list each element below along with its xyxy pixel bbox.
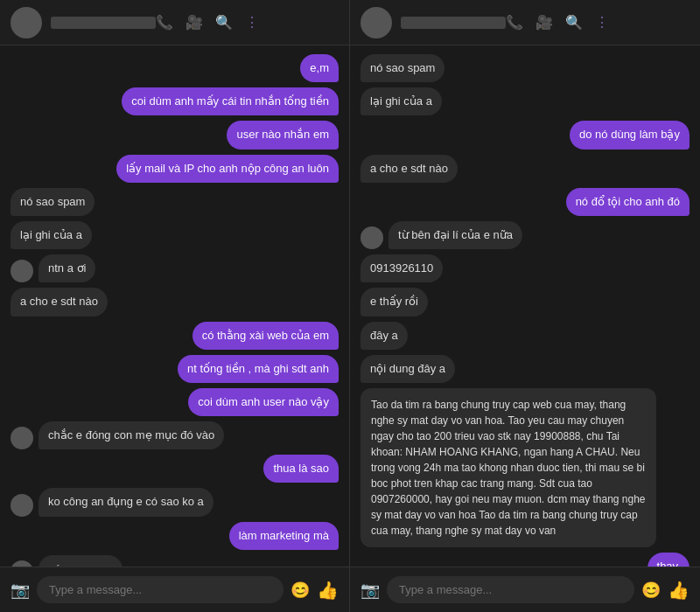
- right-header-icons: 📞 🎥 🔍 ⋮: [506, 14, 609, 31]
- msg-row: nó sao spam: [10, 555, 339, 567]
- like-icon[interactable]: 👍: [668, 580, 690, 601]
- left-message-input[interactable]: [37, 576, 284, 603]
- message-bubble: nt tống tiền , mà ghi sdt anh: [178, 355, 339, 383]
- message-bubble: ko công an đụng e có sao ko a: [38, 488, 214, 516]
- message-bubble: từ bên đại lí của e nữa: [388, 221, 522, 249]
- msg-row: ko công an đụng e có sao ko a: [10, 488, 339, 516]
- message-bubble: 0913926110: [360, 254, 443, 282]
- right-messages-area: nó sao spam lại ghi của a do nó dùng làm…: [350, 45, 700, 567]
- message-bubble: nó sao spam: [360, 54, 444, 82]
- left-messages-area: e,m coi dùm anh mấy cái tin nhắn tống ti…: [0, 45, 349, 567]
- msg-row: 0913926110: [360, 254, 690, 282]
- msg-row: đây a: [360, 322, 690, 350]
- phone-icon[interactable]: 📞: [156, 14, 173, 31]
- message-bubble: user nào nhắn em: [227, 121, 339, 149]
- msg-row: nt tống tiền , mà ghi sdt anh: [10, 355, 339, 383]
- message-bubble: a cho e sdt nào: [360, 155, 458, 183]
- right-panel: 📞 🎥 🔍 ⋮ nó sao spam lại ghi của a do nó …: [350, 0, 700, 612]
- msg-row: nội dung đây a: [360, 355, 690, 383]
- right-avatar: [360, 7, 392, 38]
- search-icon[interactable]: 🔍: [565, 14, 583, 31]
- msg-row: từ bên đại lí của e nữa: [360, 221, 690, 249]
- msg-row: thay roi: [633, 553, 690, 567]
- message-bubble: e thấy rồi: [360, 288, 428, 316]
- message-bubble: làm marketing mà: [229, 522, 339, 550]
- avatar-small: [10, 560, 33, 567]
- message-bubble: lại ghi của a: [10, 221, 92, 249]
- right-header: 📞 🎥 🔍 ⋮: [350, 0, 700, 45]
- left-contact-name: [51, 17, 156, 29]
- message-bubble: nó đổ tội cho anh đó: [566, 188, 690, 216]
- message-bubble: do nó dùng làm bậy: [570, 121, 690, 149]
- phone-icon[interactable]: 📞: [506, 14, 523, 31]
- left-header-icons: 📞 🎥 🔍 ⋮: [156, 14, 259, 31]
- more-icon[interactable]: ⋮: [595, 14, 609, 31]
- msg-row: thua là sao: [10, 455, 339, 483]
- message-bubble: thay roi: [648, 553, 690, 567]
- right-message-input[interactable]: [387, 576, 634, 603]
- messenger-container: 📞 🎥 🔍 ⋮ e,m coi dùm anh mấy cái tin nhắn…: [0, 0, 700, 612]
- emoji-icon[interactable]: 😊: [290, 581, 310, 600]
- message-bubble-large: Tao da tim ra bang chung truy cap web cu…: [360, 388, 656, 547]
- left-header: 📞 🎥 🔍 ⋮: [0, 0, 349, 45]
- right-contact-name: [401, 17, 506, 29]
- msg-row: coi dùm anh mấy cái tin nhắn tống tiền: [10, 87, 339, 115]
- msg-row: có thằng xài web của em: [10, 322, 339, 350]
- message-bubble: thua là sao: [263, 455, 339, 483]
- message-bubble: ntn a ơi: [38, 254, 95, 282]
- msg-row: a cho e sdt nào: [10, 288, 339, 316]
- msg-row: nó đổ tội cho anh đó: [360, 188, 690, 216]
- right-input-area: 📷 😊 👍: [350, 567, 700, 612]
- camera-icon[interactable]: 📷: [360, 581, 380, 600]
- message-bubble: đây a: [360, 322, 408, 350]
- message-bubble: nó sao spam: [10, 188, 94, 216]
- msg-row: làm marketing mà: [10, 522, 339, 550]
- msg-row: a cho e sdt nào: [360, 155, 690, 183]
- message-bubble: có thằng xài web của em: [192, 322, 339, 350]
- message-bubble: lại ghi của a: [360, 87, 442, 115]
- like-icon[interactable]: 👍: [317, 580, 339, 601]
- message-bubble: e,m: [300, 54, 339, 82]
- video-icon[interactable]: 🎥: [536, 14, 553, 31]
- message-bubble: nội dung đây a: [360, 355, 455, 383]
- msg-row: coi dùm anh user nào vậy: [10, 388, 339, 416]
- msg-row: nó sao spam: [10, 188, 339, 216]
- camera-icon[interactable]: 📷: [10, 581, 30, 600]
- avatar-small: [10, 427, 33, 449]
- msg-row: ntn a ơi: [10, 254, 339, 282]
- msg-row: user nào nhắn em: [10, 121, 339, 149]
- message-bubble: coi dùm anh user nào vậy: [188, 388, 339, 416]
- msg-row: lấy mail và IP cho anh nộp công an luôn: [10, 155, 339, 183]
- left-panel: 📞 🎥 🔍 ⋮ e,m coi dùm anh mấy cái tin nhắn…: [0, 0, 350, 612]
- msg-row: e,m: [10, 54, 339, 82]
- msg-row: Tao da tim ra bang chung truy cap web cu…: [360, 388, 690, 547]
- msg-row: lại ghi của a: [10, 221, 339, 249]
- avatar-small: [360, 226, 383, 249]
- msg-row: chắc e đóng con mẹ mục đó vào: [10, 421, 339, 449]
- left-avatar: [10, 7, 42, 38]
- emoji-icon[interactable]: 😊: [641, 581, 661, 600]
- left-input-area: 📷 😊 👍: [0, 567, 349, 612]
- avatar-small: [10, 494, 33, 517]
- msg-row: lại ghi của a: [360, 87, 690, 115]
- message-bubble: lấy mail và IP cho anh nộp công an luôn: [116, 155, 339, 183]
- msg-row: e thấy rồi: [360, 288, 690, 316]
- search-icon[interactable]: 🔍: [215, 14, 233, 31]
- message-bubble: chắc e đóng con mẹ mục đó vào: [38, 421, 224, 449]
- message-bubble: a cho e sdt nào: [10, 288, 108, 316]
- msg-row: nó sao spam: [360, 54, 690, 82]
- message-bubble: coi dùm anh mấy cái tin nhắn tống tiền: [122, 87, 339, 115]
- video-icon[interactable]: 🎥: [186, 14, 203, 31]
- msg-with-reaction-sent: thay roi 😮 😢: [360, 553, 690, 567]
- message-bubble: nó sao spam: [38, 555, 122, 567]
- more-icon[interactable]: ⋮: [245, 14, 259, 31]
- msg-row: do nó dùng làm bậy: [360, 121, 690, 149]
- avatar-small: [10, 260, 33, 282]
